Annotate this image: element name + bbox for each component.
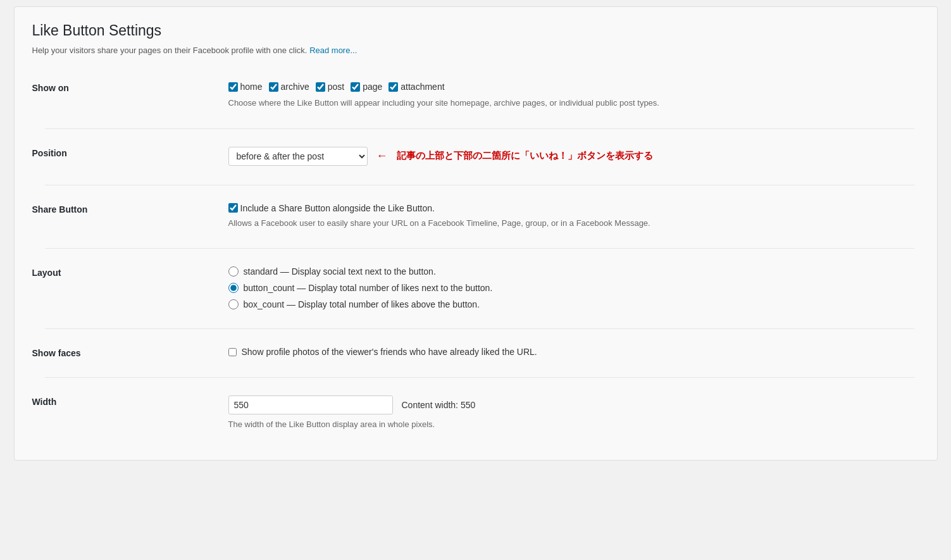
checkbox-post[interactable] (316, 82, 325, 92)
layout-radio-button-count: button_count — Display total number of l… (228, 283, 914, 293)
position-controls: before the post after the post before & … (228, 147, 914, 166)
checkbox-post-label[interactable]: post (328, 82, 344, 92)
checkbox-share-button[interactable] (228, 203, 238, 213)
layout-label: Layout (32, 258, 216, 318)
annotation-arrow: ← (376, 149, 388, 163)
radio-standard[interactable] (228, 266, 239, 277)
checkbox-archive-label[interactable]: archive (281, 82, 309, 92)
checkbox-archive[interactable] (269, 82, 278, 92)
show-faces-checkbox-label[interactable]: Show profile photos of the viewer's frie… (242, 347, 537, 357)
annotation-text: 記事の上部と下部の二箇所に「いいね！」ボタンを表示する (397, 150, 653, 162)
width-label: Width (32, 387, 216, 440)
layout-radio-box-count: box_count — Display total number of like… (228, 299, 914, 309)
checkbox-home[interactable] (228, 82, 238, 92)
show-faces-checkbox-row: Show profile photos of the viewer's frie… (228, 347, 914, 357)
settings-container: Like Button Settings Help your visitors … (14, 6, 938, 461)
checkbox-item-archive: archive (269, 82, 309, 92)
checkbox-show-faces[interactable] (228, 348, 237, 356)
width-input[interactable] (228, 395, 393, 414)
width-description: The width of the Like Button display are… (228, 418, 914, 431)
show-faces-content: Show profile photos of the viewer's frie… (216, 338, 919, 367)
checkbox-item-page: page (351, 82, 382, 92)
content-width-label: Content width: 550 (402, 400, 476, 410)
width-controls: Content width: 550 (228, 395, 914, 414)
position-content: before the post after the post before & … (216, 138, 919, 175)
checkbox-page-label[interactable]: page (363, 82, 382, 92)
read-more-link[interactable]: Read more... (309, 46, 357, 55)
position-select[interactable]: before the post after the post before & … (228, 147, 368, 166)
show-on-description: Choose where the Like Button will appear… (228, 97, 914, 109)
share-button-row: Share Button Include a Share Button alon… (32, 194, 919, 239)
settings-table: Show on home archive (32, 73, 919, 440)
share-button-content: Include a Share Button alongside the Lik… (216, 194, 919, 239)
share-button-description: Allows a Facebook user to easily share y… (228, 217, 914, 230)
width-content: Content width: 550 The width of the Like… (216, 387, 919, 440)
page-title: Like Button Settings (32, 22, 919, 39)
layout-radio-standard: standard — Display social text next to t… (228, 266, 914, 277)
radio-box-count[interactable] (228, 299, 239, 309)
show-faces-row: Show faces Show profile photos of the vi… (32, 338, 919, 367)
checkbox-attachment-label[interactable]: attachment (401, 82, 444, 92)
show-on-checkboxes: home archive post page (228, 82, 914, 92)
page-subtitle: Help your visitors share your pages on t… (32, 46, 919, 55)
show-on-row: Show on home archive (32, 73, 919, 118)
share-button-checkbox-item: Include a Share Button alongside the Lik… (228, 203, 911, 213)
show-on-label: Show on (32, 73, 216, 118)
width-row: Width Content width: 550 The width of th… (32, 387, 919, 440)
position-label: Position (32, 138, 216, 175)
radio-button-count[interactable] (228, 283, 239, 293)
layout-row: Layout standard — Display social text ne… (32, 258, 919, 318)
share-button-checkbox-label[interactable]: Include a Share Button alongside the Lik… (240, 203, 435, 213)
layout-content: standard — Display social text next to t… (216, 258, 919, 318)
checkbox-attachment[interactable] (388, 82, 398, 92)
checkbox-home-label[interactable]: home (240, 82, 263, 92)
layout-standard-label[interactable]: standard — Display social text next to t… (244, 266, 436, 277)
position-row: Position before the post after the post … (32, 138, 919, 175)
checkbox-item-post: post (316, 82, 344, 92)
checkbox-item-home: home (228, 82, 263, 92)
checkbox-page[interactable] (351, 82, 360, 92)
show-on-content: home archive post page (216, 73, 919, 118)
layout-radio-group: standard — Display social text next to t… (228, 266, 914, 309)
layout-box-count-label[interactable]: box_count — Display total number of like… (244, 299, 480, 309)
checkbox-item-attachment: attachment (388, 82, 444, 92)
show-faces-label: Show faces (32, 338, 216, 367)
share-button-label: Share Button (32, 194, 216, 239)
layout-button-count-label[interactable]: button_count — Display total number of l… (244, 283, 493, 293)
